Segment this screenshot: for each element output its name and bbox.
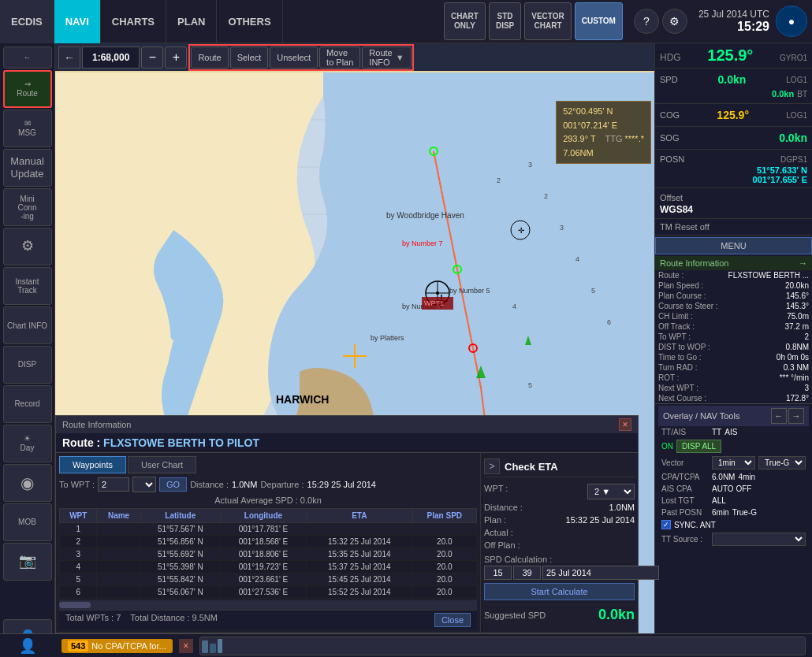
- route-info-toolbar-button[interactable]: RouteINFO ▼: [362, 46, 411, 69]
- table-row[interactable]: 3 51°55.692' N 001°18.806' E 15:35 25 Ju…: [60, 548, 477, 561]
- back-arrow-icon: ←: [24, 53, 32, 62]
- panel-footer: Total WPTs : 7 Total Distance : 9.5NM Cl…: [59, 610, 477, 629]
- sidebar-instant-button[interactable]: InstantTrack: [3, 267, 52, 305]
- go-button[interactable]: GO: [159, 477, 187, 492]
- overlay-right-arrow[interactable]: →: [788, 408, 804, 424]
- spd-min-input[interactable]: [513, 566, 541, 580]
- nav-ecdis[interactable]: ECDIS: [0, 0, 54, 43]
- std-disp-button[interactable]: STD DISP: [489, 2, 521, 40]
- sidebar-disp-button[interactable]: DISP: [3, 346, 52, 384]
- chart-toolbar: ← 1:68,000 − + Route Select Unselect Mov…: [55, 43, 654, 71]
- hdg-section: HDG 125.9° GYRO1: [655, 43, 812, 69]
- wpt-dropdown[interactable]: ▼: [132, 477, 156, 492]
- move-to-plan-button[interactable]: Moveto Plan: [319, 46, 360, 69]
- svg-text:2: 2: [497, 176, 501, 184]
- col-wpt: WPT: [60, 509, 97, 523]
- sidebar-day-button[interactable]: ☀ Day: [3, 425, 52, 462]
- ais-label: AIS: [724, 428, 737, 436]
- suggested-label: Suggested SPD: [484, 611, 546, 620]
- table-row[interactable]: 6 51°56.067' N 001°27.536' E 15:52 25 Ju…: [60, 586, 477, 599]
- vector-select1[interactable]: 1min: [712, 456, 755, 470]
- hdg-value: 125.9°: [707, 46, 753, 65]
- table-row[interactable]: 1 51°57.567' N 001°17.781' E: [60, 523, 477, 536]
- vector-select2[interactable]: True-G: [758, 456, 806, 470]
- start-calc-button[interactable]: Start Calculate: [484, 583, 635, 600]
- sidebar-camera-button[interactable]: 📷: [3, 543, 52, 581]
- sidebar-mob-button[interactable]: MOB: [3, 503, 52, 541]
- table-scrollbar[interactable]: [59, 600, 477, 610]
- route-detail-row-7: DIST to WOP :0.8NM: [655, 342, 812, 352]
- tab-user-chart[interactable]: User Chart: [128, 456, 196, 473]
- expand-button[interactable]: >: [484, 458, 500, 474]
- svg-text:4: 4: [575, 255, 579, 263]
- disp-all-button[interactable]: DISP ALL: [676, 440, 721, 453]
- col-lon: Longitude: [220, 509, 306, 523]
- sidebar-mini-button[interactable]: MiniConn-ing: [3, 188, 52, 226]
- sidebar-route-button[interactable]: ⇒ Route: [3, 70, 52, 108]
- table-row[interactable]: 5 51°55.842' N 001°23.661' E 15:45 25 Ju…: [60, 573, 477, 586]
- vector-row: Vector 1min True-G: [658, 455, 809, 471]
- sidebar-settings-button[interactable]: ⚙: [3, 228, 52, 265]
- eta-actual-label: Actual :: [484, 528, 513, 537]
- on-label: ON: [661, 442, 673, 451]
- ais-cpa-label: AIS CPA: [661, 484, 709, 493]
- panel-close-button[interactable]: ×: [619, 418, 631, 431]
- panel-close-main-button[interactable]: Close: [434, 613, 471, 627]
- unselect-toolbar-button[interactable]: Unselect: [270, 46, 318, 69]
- vector-label: Vector: [661, 458, 709, 467]
- eta-wpt-label: WPT :: [484, 484, 508, 499]
- select-toolbar-button[interactable]: Select: [230, 46, 269, 69]
- status-circle[interactable]: ●: [776, 6, 807, 37]
- sidebar-back-button[interactable]: ←: [3, 46, 52, 69]
- camera-icon: 📷: [19, 553, 36, 570]
- spd-hour-input[interactable]: [484, 566, 512, 580]
- table-row[interactable]: 2 51°56.856' N 001°18.568' E 15:32 25 Ju…: [60, 536, 477, 548]
- status-close-button[interactable]: ×: [179, 639, 193, 653]
- help-icon-button[interactable]: ?: [634, 9, 659, 34]
- chart-only-button[interactable]: CHART ONLY: [444, 2, 486, 40]
- sync-checkbox[interactable]: ✓: [661, 520, 671, 529]
- mini-icon: MiniConn-ing: [18, 195, 37, 221]
- zoom-out-button[interactable]: −: [141, 46, 163, 69]
- custom-button[interactable]: CUSTOM: [575, 2, 623, 40]
- table-row[interactable]: 4 51°55.398' N 001°19.723' E 15:37 25 Ju…: [60, 561, 477, 573]
- svg-rect-77: [210, 644, 216, 653]
- route-toolbar-button[interactable]: Route: [191, 46, 228, 69]
- cog-section: COG 125.9° LOG1: [655, 104, 812, 127]
- sidebar-sun-button[interactable]: ◉: [3, 464, 52, 502]
- svg-text:6: 6: [607, 318, 611, 326]
- ais-cpa-val: AUTO OFF: [712, 484, 751, 493]
- scrollbar-thumb[interactable]: [59, 602, 91, 608]
- chart-back-button[interactable]: ←: [58, 46, 80, 69]
- sidebar-manual-button[interactable]: ManualUpdate: [3, 149, 52, 187]
- zoom-in-button[interactable]: +: [165, 46, 187, 69]
- wpt-input[interactable]: [98, 477, 129, 492]
- route-detail-row-10: ROT :*** °/min: [655, 373, 812, 383]
- nav-charts[interactable]: CHARTS: [101, 0, 166, 43]
- nav-others[interactable]: OTHERS: [217, 0, 282, 43]
- overlay-left-arrow[interactable]: ←: [771, 408, 787, 424]
- menu-button[interactable]: MENU: [655, 237, 812, 254]
- tab-waypoints[interactable]: Waypoints: [59, 456, 126, 473]
- col-eta: ETA: [306, 509, 412, 523]
- sidebar-chartinfo-button[interactable]: Chart INFO: [3, 306, 52, 344]
- bottom-status-left[interactable]: 👤: [0, 633, 55, 657]
- nav-plan[interactable]: PLAN: [166, 0, 217, 43]
- tt-ais-row: TT/AIS TT AIS: [658, 426, 809, 438]
- vector-chart-button[interactable]: VECTOR CHART: [524, 2, 572, 40]
- check-eta-panel: > Check ETA WPT : 2 ▼ Distance : 1.0NM P…: [480, 453, 638, 633]
- ais-cpa-row: AIS CPA AUTO OFF: [658, 483, 809, 495]
- status-chart-icon[interactable]: [199, 637, 806, 655]
- waypoint-table: WPT Name Latitude Longitude ETA Plan SPD…: [59, 508, 477, 599]
- settings-icon-button[interactable]: ⚙: [662, 9, 687, 34]
- nav-navi[interactable]: NAVI: [54, 0, 101, 43]
- svg-rect-78: [218, 639, 222, 653]
- eta-wpt-select[interactable]: 2 ▼: [587, 484, 635, 499]
- sidebar-msg-button[interactable]: ✉ MSG: [3, 110, 52, 147]
- tcpa-val: 4min: [738, 473, 755, 481]
- route-detail-row-12: Next Course :172.8°: [655, 393, 812, 403]
- tt-source-select[interactable]: [712, 533, 806, 546]
- hdg-label: HDG: [660, 52, 681, 63]
- sidebar-record-button[interactable]: Record: [3, 385, 52, 423]
- spd-date-input[interactable]: [542, 566, 659, 580]
